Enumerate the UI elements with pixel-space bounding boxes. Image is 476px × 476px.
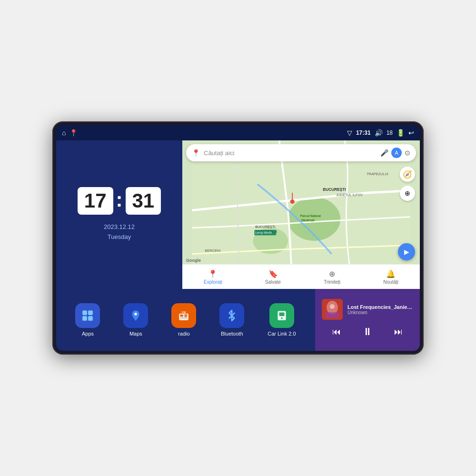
svg-text:Leroy Merlin: Leroy Merlin [255, 231, 272, 235]
svg-point-31 [330, 304, 335, 309]
svg-text:BUCUREȘTI: BUCUREȘTI [255, 225, 275, 229]
svg-text:BERCENI: BERCENI [205, 248, 221, 253]
apps-icon [75, 303, 100, 328]
map-tab-saved[interactable]: 🔖 Salvate [265, 269, 281, 285]
clock-minutes: 31 [126, 187, 161, 215]
svg-rect-16 [83, 310, 88, 315]
svg-rect-21 [179, 314, 189, 320]
svg-text:TRAPEZULUI: TRAPEZULUI [367, 172, 388, 176]
music-play-pause-button[interactable]: ⏸ [359, 325, 376, 339]
signal-icon: ▽ [347, 129, 352, 137]
explore-icon: 📍 [208, 269, 218, 278]
send-icon: ⊕ [329, 269, 335, 278]
saved-icon: 🔖 [268, 269, 278, 278]
battery-icon: 🔋 [397, 129, 405, 137]
map-tab-news[interactable]: 🔔 Noutăți [383, 269, 398, 285]
layers-icon[interactable]: ⊙ [405, 149, 410, 157]
device-frame: ⌂ 📍 ▽ 17:31 🔊 18 🔋 ↩ 17 : [52, 121, 424, 355]
bluetooth-icon [219, 303, 244, 328]
status-bar-right: ▽ 17:31 🔊 18 🔋 ↩ [347, 129, 414, 137]
map-tab-send[interactable]: ⊕ Trimiteți [324, 269, 340, 285]
back-icon[interactable]: ↩ [408, 129, 414, 137]
maps-logo-icon: 📍 [192, 149, 200, 157]
carlink-label: Car Link 2.0 [268, 331, 296, 337]
clock-date: 2023.12.12 Tuesday [104, 222, 135, 242]
status-bar-left: ⌂ 📍 [62, 129, 78, 137]
svg-rect-24 [180, 317, 188, 318]
search-placeholder[interactable]: Căutați aici [204, 149, 377, 157]
volume-level: 18 [387, 129, 393, 136]
clock-display: 17 : 31 [78, 187, 161, 215]
apps-section: Apps Maps [56, 289, 315, 351]
music-info: Lost Frequencies_Janieck Devy-... Unknow… [322, 299, 413, 320]
map-search-right: 🎤 A ⊙ [380, 148, 410, 158]
svg-rect-19 [89, 316, 93, 321]
main-content: 17 : 31 2023.12.12 Tuesday [56, 140, 420, 351]
map-tab-explore[interactable]: 📍 Explorați [204, 269, 222, 285]
music-text: Lost Frequencies_Janieck Devy-... Unknow… [347, 304, 413, 315]
svg-rect-27 [279, 313, 284, 317]
map-bottom-bar: 📍 Explorați 🔖 Salvate ⊕ Trimiteți 🔔 [182, 264, 420, 289]
music-title: Lost Frequencies_Janieck Devy-... [347, 304, 413, 310]
status-time: 17:31 [356, 129, 371, 136]
music-player: Lost Frequencies_Janieck Devy-... Unknow… [315, 289, 420, 351]
svg-rect-32 [326, 312, 339, 318]
account-icon[interactable]: A [391, 148, 402, 158]
apps-label: Apps [82, 331, 94, 337]
clock-colon: : [116, 190, 123, 210]
svg-rect-17 [89, 310, 93, 315]
explore-label: Explorați [204, 279, 222, 285]
app-item-radio[interactable]: FM radio [171, 303, 196, 337]
google-logo: Google [186, 258, 201, 263]
svg-text:JUDEȚUL ILFOV: JUDEȚUL ILFOV [336, 193, 363, 197]
app-item-maps[interactable]: Maps [123, 303, 148, 337]
app-item-apps[interactable]: Apps [75, 303, 100, 337]
svg-text:FM: FM [182, 311, 186, 314]
voice-search-icon[interactable]: 🎤 [380, 149, 388, 157]
map-panel[interactable]: BUCUREȘTI JUDEȚUL ILFOV BERCENI TRAPEZUL… [182, 140, 420, 289]
saved-label: Salvate [265, 279, 281, 285]
status-bar: ⌂ 📍 ▽ 17:31 🔊 18 🔋 ↩ [56, 125, 420, 140]
top-section: 17 : 31 2023.12.12 Tuesday [56, 140, 420, 289]
svg-rect-22 [180, 315, 184, 317]
home-icon[interactable]: ⌂ [62, 129, 66, 137]
music-prev-button[interactable]: ⏮ [329, 326, 344, 338]
location-pin-icon[interactable]: 📍 [69, 129, 78, 137]
carlink-icon [269, 303, 294, 328]
map-navigate-button[interactable]: ▶ [398, 243, 415, 260]
music-controls: ⏮ ⏸ ⏭ [322, 323, 413, 341]
music-thumbnail [322, 299, 343, 320]
bottom-section: Apps Maps [56, 289, 420, 351]
device-screen: ⌂ 📍 ▽ 17:31 🔊 18 🔋 ↩ 17 : [56, 125, 420, 351]
news-icon: 🔔 [386, 269, 396, 278]
svg-point-28 [281, 317, 282, 319]
map-compass-button[interactable]: 🧭 [400, 167, 415, 182]
clock-panel: 17 : 31 2023.12.12 Tuesday [56, 140, 182, 289]
map-location-button[interactable]: ⊕ [400, 186, 415, 201]
svg-point-14 [290, 199, 295, 204]
news-label: Noutăți [383, 279, 398, 285]
clock-hours: 17 [78, 187, 113, 215]
svg-text:BUCUREȘTI: BUCUREȘTI [323, 188, 346, 192]
svg-text:Parcul Natural: Parcul Natural [300, 214, 321, 218]
svg-rect-18 [83, 316, 88, 321]
maps-icon [123, 303, 148, 328]
volume-icon: 🔊 [375, 129, 383, 137]
svg-point-23 [184, 314, 188, 317]
app-item-carlink[interactable]: Car Link 2.0 [268, 303, 296, 337]
maps-label: Maps [129, 331, 142, 337]
map-search-bar[interactable]: 📍 Căutați aici 🎤 A ⊙ [186, 144, 416, 161]
music-next-button[interactable]: ⏭ [391, 326, 406, 338]
svg-point-20 [135, 313, 137, 315]
radio-icon: FM [171, 303, 196, 328]
music-artist: Unknown [347, 310, 413, 315]
bluetooth-label: Bluetooth [221, 331, 243, 337]
radio-label: radio [178, 331, 189, 337]
svg-text:Văcărești: Văcărești [301, 218, 315, 222]
send-label: Trimiteți [324, 279, 340, 285]
app-item-bluetooth[interactable]: Bluetooth [219, 303, 244, 337]
